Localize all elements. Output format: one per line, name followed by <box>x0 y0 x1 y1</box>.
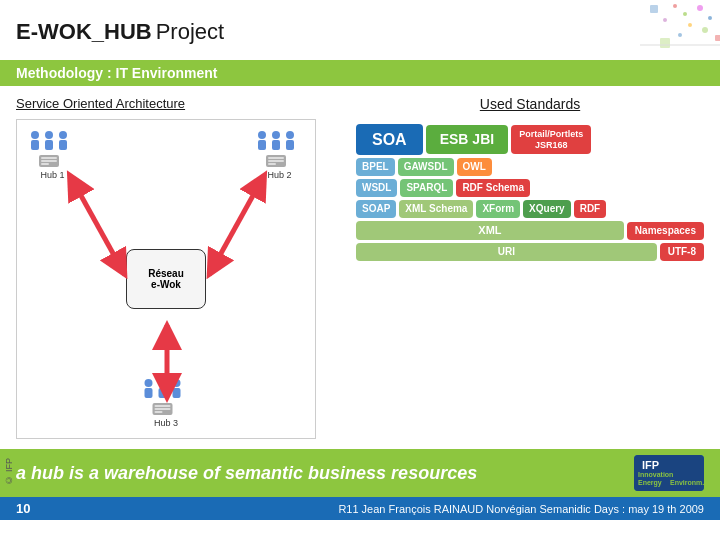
svg-point-26 <box>286 131 294 139</box>
svg-point-24 <box>272 131 280 139</box>
hub2-label: Hub 2 <box>267 170 291 180</box>
svg-point-7 <box>678 33 682 37</box>
center-line2: e-Wok <box>151 279 181 290</box>
center-line1: Réseau <box>148 268 184 279</box>
svg-point-16 <box>59 131 67 139</box>
std-xml-schema: XML Schema <box>399 200 473 218</box>
svg-point-34 <box>159 379 167 387</box>
standards-row-5: XML Namespaces <box>356 221 704 240</box>
top-decoration <box>520 0 720 55</box>
svg-rect-25 <box>272 140 280 150</box>
svg-line-45 <box>209 192 255 275</box>
hub3-group: Hub 3 <box>139 378 194 428</box>
std-sparql: SPARQL <box>400 179 453 197</box>
std-xquery: XQuery <box>523 200 571 218</box>
svg-point-14 <box>45 131 53 139</box>
svg-line-44 <box>79 192 125 275</box>
svg-point-4 <box>688 23 692 27</box>
std-utf8: UTF-8 <box>660 243 704 261</box>
svg-text:Innovation: Innovation <box>638 471 673 478</box>
svg-rect-39 <box>155 405 171 407</box>
hub1-people-svg <box>25 130 80 168</box>
standards-row-2: BPEL GAWSDL OWL <box>356 158 704 176</box>
standards-row-4: SOAP XML Schema XForm XQuery RDF <box>356 200 704 218</box>
svg-rect-9 <box>715 35 720 41</box>
std-esb: ESB JBI <box>426 125 508 154</box>
svg-point-1 <box>683 12 687 16</box>
bottom-italic-text: a hub is a warehouse of semantic busines… <box>16 463 477 484</box>
svg-point-12 <box>31 131 39 139</box>
svg-point-6 <box>663 18 667 22</box>
header: E-WOK_HUB Project <box>0 0 720 60</box>
svg-rect-30 <box>268 160 284 162</box>
svg-point-0 <box>697 5 703 11</box>
std-namespaces: Namespaces <box>627 222 704 240</box>
svg-rect-20 <box>41 160 57 162</box>
svg-rect-41 <box>155 411 163 413</box>
center-network-box: Réseau e-Wok <box>126 249 206 309</box>
svg-rect-19 <box>41 157 57 159</box>
standards-row-3: WSDL SPARQL RDF Schema <box>356 179 704 197</box>
page-number: 10 <box>16 501 30 516</box>
title-normal: Project <box>156 19 224 45</box>
std-gawsdl: GAWSDL <box>398 158 454 176</box>
svg-rect-27 <box>286 140 294 150</box>
svg-rect-33 <box>145 388 153 398</box>
standards-area: Used Standards SOA ESB JBI Portail/Portl… <box>336 96 704 439</box>
side-label: © IFP <box>4 458 14 485</box>
svg-text:Energy: Energy <box>638 479 662 487</box>
svg-rect-17 <box>59 140 67 150</box>
svg-rect-21 <box>41 163 49 165</box>
svg-point-2 <box>708 16 712 20</box>
hub2-people-svg <box>252 130 307 168</box>
std-rdf-schema: RDF Schema <box>456 179 530 197</box>
section-title: Service Oriented Architecture <box>16 96 336 111</box>
svg-rect-13 <box>31 140 39 150</box>
std-portail: Portail/PortletsJSR168 <box>511 125 591 155</box>
std-rdf: RDF <box>574 200 607 218</box>
svg-point-32 <box>145 379 153 387</box>
std-soa: SOA <box>356 124 423 155</box>
svg-point-5 <box>702 27 708 33</box>
main-content: Service Oriented Architecture <box>0 86 720 449</box>
svg-point-36 <box>173 379 181 387</box>
standards-row-1: SOA ESB JBI Portail/PortletsJSR168 <box>356 124 704 155</box>
svg-rect-23 <box>258 140 266 150</box>
standards-grid: SOA ESB JBI Portail/PortletsJSR168 BPEL … <box>356 124 704 261</box>
used-standards-title: Used Standards <box>356 96 704 112</box>
ifp-logo: IFP Innovation Energy Environm. <box>634 455 704 491</box>
svg-rect-15 <box>45 140 53 150</box>
green-banner: Methodology : IT Environment <box>0 60 720 86</box>
std-soap: SOAP <box>356 200 396 218</box>
svg-rect-35 <box>159 388 167 398</box>
svg-point-22 <box>258 131 266 139</box>
footer-bar: 10 R11 Jean François RAINAUD Norvégian S… <box>0 497 720 520</box>
hub1-group: Hub 1 <box>25 130 80 180</box>
svg-rect-40 <box>155 408 171 410</box>
hub3-people-svg <box>139 378 194 416</box>
svg-rect-31 <box>268 163 276 165</box>
std-uri: URI <box>356 243 657 261</box>
hub2-group: Hub 2 <box>252 130 307 180</box>
std-bpel: BPEL <box>356 158 395 176</box>
hub3-label: Hub 3 <box>154 418 178 428</box>
title-bold: E-WOK_HUB <box>16 19 152 45</box>
footer-citation: R11 Jean François RAINAUD Norvégian Sema… <box>338 503 704 515</box>
std-wsdl: WSDL <box>356 179 397 197</box>
svg-text:IFP: IFP <box>642 459 659 471</box>
svg-rect-37 <box>173 388 181 398</box>
svg-rect-8 <box>650 5 658 13</box>
svg-rect-29 <box>268 157 284 159</box>
std-xform: XForm <box>476 200 520 218</box>
std-xml: XML <box>356 221 624 240</box>
std-owl: OWL <box>457 158 492 176</box>
standards-row-6: URI UTF-8 <box>356 243 704 261</box>
svg-point-3 <box>673 4 677 8</box>
svg-rect-10 <box>660 38 670 48</box>
svg-text:Environm.: Environm. <box>670 479 704 486</box>
network-diagram: Hub 1 Hub 2 <box>16 119 316 439</box>
bottom-section: a hub is a warehouse of semantic busines… <box>0 449 720 497</box>
diagram-area: Service Oriented Architecture <box>16 96 336 439</box>
banner-text: Methodology : IT Environment <box>16 65 217 81</box>
hub1-label: Hub 1 <box>40 170 64 180</box>
